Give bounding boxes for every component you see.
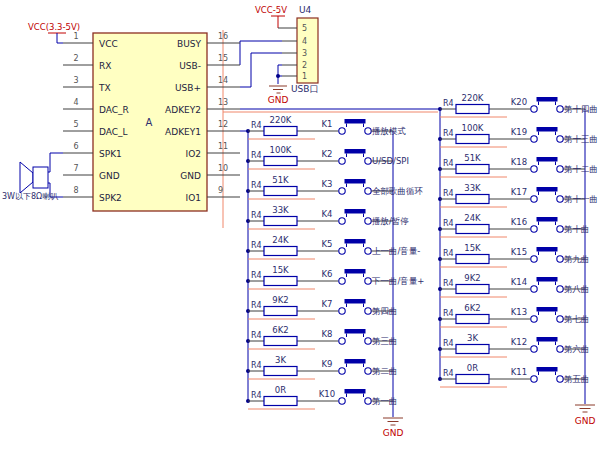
key-function-label: 下一曲/音量+ bbox=[371, 276, 425, 286]
resistor-designator: R4 bbox=[251, 211, 262, 220]
junction-dot bbox=[276, 74, 280, 78]
resistor-value: 9K2 bbox=[464, 273, 480, 283]
usb-connector-designator: U4 bbox=[299, 5, 312, 15]
button-terminal bbox=[557, 166, 563, 172]
pin-number: 13 bbox=[218, 98, 228, 107]
key-function-label: 第四曲 bbox=[372, 306, 398, 316]
button-cap bbox=[345, 209, 366, 214]
pin-number: 3 bbox=[302, 49, 307, 58]
gnd-label: GND bbox=[383, 428, 404, 438]
resistor-value: 3K bbox=[467, 333, 478, 343]
resistor-designator: R4 bbox=[443, 219, 454, 228]
button-terminal bbox=[339, 218, 345, 224]
resistor-value: 51K bbox=[464, 153, 481, 163]
schematic-canvas: A VCC(3.3-5V) 3W以下8Ω喇叭 U4 USB口 VCC-5V GN… bbox=[0, 0, 604, 453]
resistor-body bbox=[456, 165, 489, 174]
button-terminal bbox=[557, 346, 563, 352]
resistor-designator: R4 bbox=[251, 151, 262, 160]
key-function-label: 第一曲 bbox=[372, 396, 398, 406]
key-function-label: 第十一曲 bbox=[564, 194, 598, 204]
resistor-value: 100K bbox=[462, 123, 484, 133]
key-designator: K13 bbox=[511, 307, 527, 317]
key-designator: K4 bbox=[322, 209, 333, 219]
button-terminal bbox=[557, 106, 563, 112]
button-cap bbox=[537, 187, 558, 192]
key-function-label: 全部歌曲循环 bbox=[372, 186, 424, 196]
pin-name: SPK1 bbox=[99, 149, 122, 159]
pin-name: IO2 bbox=[186, 149, 201, 159]
resistor-value: 0R bbox=[275, 385, 286, 395]
speaker-label: 3W以下8Ω喇叭 bbox=[2, 192, 58, 201]
button-terminal bbox=[531, 346, 537, 352]
button-terminal bbox=[339, 248, 345, 254]
button-cap bbox=[345, 149, 366, 154]
button-terminal bbox=[339, 368, 345, 374]
pin-name: ADKEY1 bbox=[165, 127, 201, 137]
resistor-designator: R4 bbox=[443, 159, 454, 168]
resistor-designator: R4 bbox=[251, 331, 262, 340]
usb-connector-body bbox=[297, 18, 318, 83]
usb-port-label: USB口 bbox=[291, 84, 318, 94]
button-cap bbox=[537, 127, 558, 132]
resistor-value: 220K bbox=[270, 115, 292, 125]
button-cap bbox=[537, 97, 558, 102]
resistor-value: 33K bbox=[464, 183, 481, 193]
button-cap bbox=[537, 157, 558, 162]
key-function-label: 第十四曲 bbox=[564, 104, 598, 114]
button-cap bbox=[345, 359, 366, 364]
pin-number: 5 bbox=[302, 24, 307, 33]
vcc-usb-label: VCC-5V bbox=[255, 5, 287, 15]
gnd-label: GND bbox=[268, 95, 289, 105]
key-function-label: 第十曲 bbox=[564, 224, 590, 234]
button-terminal bbox=[365, 128, 371, 134]
button-terminal bbox=[339, 398, 345, 404]
resistor-body bbox=[264, 367, 297, 376]
button-terminal bbox=[339, 128, 345, 134]
key-designator: K15 bbox=[511, 247, 527, 257]
button-cap bbox=[537, 247, 558, 252]
key-function-label: 第十三曲 bbox=[564, 134, 598, 144]
resistor-body bbox=[456, 345, 489, 354]
key-designator: K3 bbox=[322, 179, 333, 189]
button-terminal bbox=[365, 368, 371, 374]
pin-number: 6 bbox=[73, 142, 78, 151]
resistor-body bbox=[456, 225, 489, 234]
resistor-designator: R4 bbox=[251, 391, 262, 400]
pin-number: 2 bbox=[302, 61, 307, 70]
key-designator: K7 bbox=[322, 299, 333, 309]
speaker-coil bbox=[33, 167, 48, 188]
gnd-label: GND bbox=[575, 416, 596, 426]
button-terminal bbox=[531, 376, 537, 382]
resistor-body bbox=[264, 217, 297, 226]
pin-number: 11 bbox=[218, 142, 228, 151]
key-designator: K11 bbox=[511, 367, 527, 377]
pin-name: SPK2 bbox=[99, 193, 122, 203]
pin-number: 9 bbox=[218, 186, 223, 195]
key-function-label: 第二曲 bbox=[372, 366, 398, 376]
wire-usb-plus bbox=[240, 53, 282, 87]
button-terminal bbox=[365, 188, 371, 194]
pin-name: VCC bbox=[99, 39, 118, 49]
pin-name: RX bbox=[99, 61, 111, 71]
key-function-label: U/SD/SPI bbox=[372, 156, 409, 166]
button-terminal bbox=[557, 256, 563, 262]
key-function-label: 第九曲 bbox=[564, 254, 590, 264]
resistor-designator: R4 bbox=[443, 249, 454, 258]
resistor-value: 9K2 bbox=[272, 295, 288, 305]
button-terminal bbox=[557, 196, 563, 202]
key-function-label: 播放模式 bbox=[372, 126, 406, 136]
button-terminal bbox=[365, 218, 371, 224]
key-designator: K9 bbox=[322, 359, 333, 369]
pin-number: 14 bbox=[218, 76, 228, 85]
wire bbox=[57, 33, 63, 43]
button-terminal bbox=[365, 278, 371, 284]
button-cap bbox=[345, 389, 366, 394]
resistor-body bbox=[456, 135, 489, 144]
key-designator: K12 bbox=[511, 337, 527, 347]
resistor-value: 15K bbox=[272, 265, 289, 275]
button-terminal bbox=[365, 248, 371, 254]
key-function-label: 第六曲 bbox=[564, 344, 590, 354]
key-designator: K20 bbox=[511, 97, 527, 107]
resistor-body bbox=[264, 187, 297, 196]
button-terminal bbox=[531, 136, 537, 142]
